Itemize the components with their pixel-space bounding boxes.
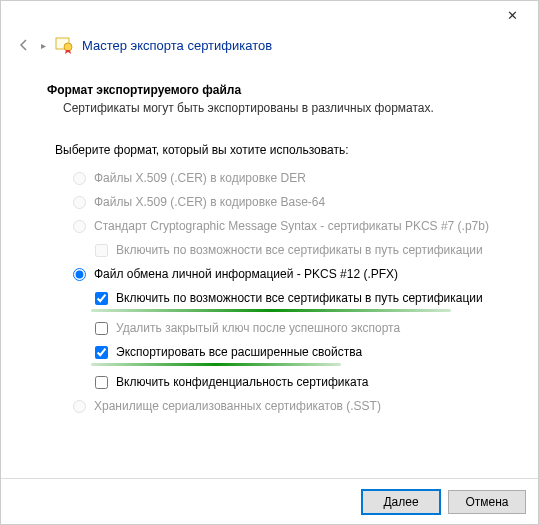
radio-der-label: Файлы X.509 (.CER) в кодировке DER xyxy=(94,171,306,185)
check-pfx-ext-label: Экспортировать все расширенные свойства xyxy=(116,345,362,359)
radio-base64-input xyxy=(73,196,86,209)
svg-point-1 xyxy=(64,43,72,51)
radio-base64: Файлы X.509 (.CER) в кодировке Base-64 xyxy=(73,195,502,209)
format-prompt: Выберите формат, который вы хотите испол… xyxy=(47,143,502,157)
check-pfx-delkey[interactable]: Удалить закрытый ключ после успешного эк… xyxy=(73,321,502,335)
check-pfx-delkey-label: Удалить закрытый ключ после успешного эк… xyxy=(116,321,400,335)
radio-pfx-input[interactable] xyxy=(73,268,86,281)
cancel-button[interactable]: Отмена xyxy=(448,490,526,514)
radio-pkcs7-input xyxy=(73,220,86,233)
check-pkcs7-chain-input xyxy=(95,244,108,257)
check-pfx-ext[interactable]: Экспортировать все расширенные свойства xyxy=(73,345,502,359)
check-pfx-chain[interactable]: Включить по возможности все сертификаты … xyxy=(73,291,502,305)
check-pkcs7-chain: Включить по возможности все сертификаты … xyxy=(73,243,502,257)
certificate-icon xyxy=(54,35,74,55)
section-description: Сертификаты могут быть экспортированы в … xyxy=(47,101,502,115)
check-pkcs7-chain-label: Включить по возможности все сертификаты … xyxy=(116,243,483,257)
radio-pfx[interactable]: Файл обмена личной информацией - PKCS #1… xyxy=(73,267,502,281)
section-heading: Формат экспортируемого файла xyxy=(47,83,502,97)
next-button[interactable]: Далее xyxy=(362,490,440,514)
radio-sst: Хранилище сериализованных сертификатов (… xyxy=(73,399,502,413)
check-pfx-chain-label: Включить по возможности все сертификаты … xyxy=(116,291,483,305)
radio-sst-label: Хранилище сериализованных сертификатов (… xyxy=(94,399,381,413)
breadcrumb-sep: ▸ xyxy=(41,40,46,51)
check-pfx-priv-input[interactable] xyxy=(95,376,108,389)
close-icon[interactable]: ✕ xyxy=(499,4,526,27)
highlight-underline-icon xyxy=(91,309,451,312)
radio-der-input xyxy=(73,172,86,185)
radio-base64-label: Файлы X.509 (.CER) в кодировке Base-64 xyxy=(94,195,325,209)
radio-der: Файлы X.509 (.CER) в кодировке DER xyxy=(73,171,502,185)
wizard-title: Мастер экспорта сертификатов xyxy=(82,38,272,53)
check-pfx-chain-input[interactable] xyxy=(95,292,108,305)
check-pfx-priv[interactable]: Включить конфиденциальность сертификата xyxy=(73,375,502,389)
radio-sst-input xyxy=(73,400,86,413)
highlight-underline-icon xyxy=(91,363,341,366)
back-arrow-icon[interactable] xyxy=(15,36,33,54)
radio-pkcs7: Стандарт Cryptographic Message Syntax - … xyxy=(73,219,502,233)
check-pfx-delkey-input[interactable] xyxy=(95,322,108,335)
radio-pfx-label: Файл обмена личной информацией - PKCS #1… xyxy=(94,267,398,281)
radio-pkcs7-label: Стандарт Cryptographic Message Syntax - … xyxy=(94,219,489,233)
check-pfx-priv-label: Включить конфиденциальность сертификата xyxy=(116,375,368,389)
check-pfx-ext-input[interactable] xyxy=(95,346,108,359)
